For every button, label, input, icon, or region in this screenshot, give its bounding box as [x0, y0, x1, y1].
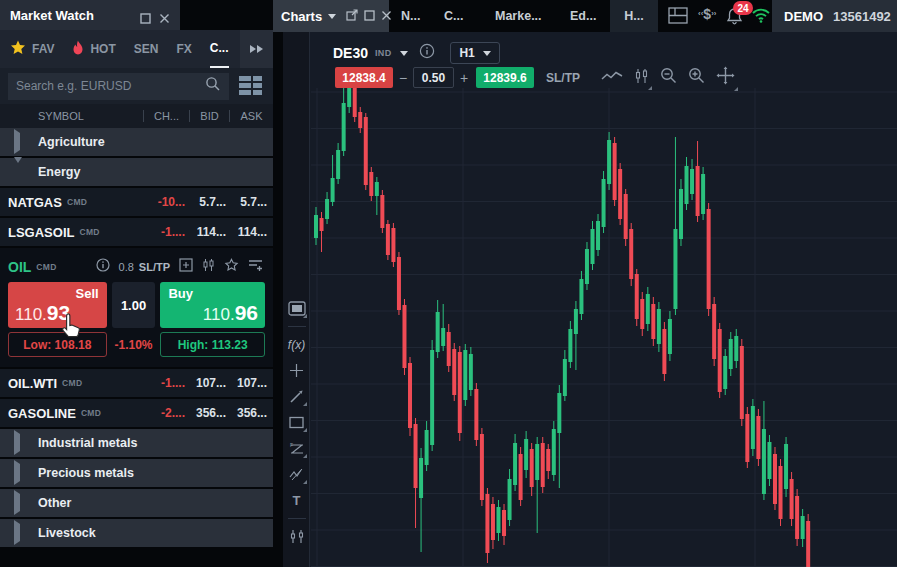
- app-root: Market Watch FAV HOT: [0, 0, 897, 567]
- sell-label: Sell: [76, 286, 99, 301]
- change-value: -1....: [139, 376, 185, 390]
- layout-icon[interactable]: [668, 7, 688, 28]
- charts-label: Charts: [281, 9, 322, 24]
- add-to-list-icon[interactable]: [248, 258, 263, 276]
- group-row-energy[interactable]: Energy: [0, 158, 273, 186]
- chart-appearance-button[interactable]: [286, 298, 308, 319]
- chevron-right-icon: [14, 524, 30, 542]
- group-label: Livestock: [38, 526, 96, 540]
- tab-favorites[interactable]: FAV: [10, 30, 54, 68]
- column-change[interactable]: CH...: [143, 110, 189, 122]
- volume-tool-button[interactable]: [286, 526, 308, 547]
- ask-value: 356...: [226, 406, 267, 420]
- symbol-badge: CMD: [67, 197, 87, 207]
- chevron-down-icon[interactable]: [400, 51, 408, 56]
- pan-move-icon[interactable]: [716, 66, 735, 89]
- low-badge: Low: 108.18: [8, 332, 107, 357]
- close-icon[interactable]: [159, 10, 170, 21]
- chart-symbol-badge: IND: [375, 48, 391, 58]
- fibonacci-button[interactable]: F: [286, 438, 308, 459]
- chart-sltp-button[interactable]: SL/TP: [546, 71, 580, 85]
- timeframe-selector[interactable]: H1: [450, 42, 499, 64]
- elliott-wave-button[interactable]: [286, 464, 308, 485]
- top-tab-market[interactable]: Marke...: [495, 0, 542, 32]
- oil-symbol-name[interactable]: OIL: [8, 259, 31, 275]
- chart-symbol[interactable]: DE30: [333, 45, 368, 61]
- symbol-name: OIL.WTI: [8, 376, 57, 391]
- buy-button[interactable]: Buy 110.96: [160, 282, 265, 328]
- change-value: -2....: [139, 406, 185, 420]
- info-icon[interactable]: [419, 43, 435, 63]
- top-tab-h[interactable]: H...: [610, 0, 658, 32]
- info-icon[interactable]: [96, 258, 110, 276]
- drawing-toolbar: f(x) F: [283, 32, 310, 567]
- zoom-in-icon[interactable]: [688, 67, 705, 88]
- market-watch-panel: Market Watch FAV HOT: [0, 0, 273, 567]
- group-row-precious-metals[interactable]: Precious metals: [0, 459, 273, 487]
- ask-value: 5.7...: [226, 195, 267, 209]
- volume-input[interactable]: 1.00: [112, 282, 156, 328]
- charts-panel: Charts N... C... Marke... Ed...: [273, 0, 897, 567]
- zoom-out-icon[interactable]: [660, 67, 677, 88]
- volume-increase-button[interactable]: +: [454, 67, 474, 88]
- notification-badge[interactable]: 24: [733, 1, 753, 15]
- chart-buy-price-button[interactable]: 12839.6: [476, 67, 534, 88]
- candlestick-chart-icon[interactable]: [634, 68, 649, 88]
- column-bid[interactable]: BID: [189, 110, 229, 122]
- market-watch-titlebar: Market Watch: [0, 0, 273, 30]
- group-row-industrial-metals[interactable]: Industrial metals: [0, 429, 273, 457]
- search-input[interactable]: Search e.g. EURUSD: [8, 73, 229, 100]
- add-order-icon[interactable]: [179, 258, 193, 276]
- more-tabs-button[interactable]: [240, 30, 273, 68]
- sell-button[interactable]: Sell 110.93: [8, 282, 107, 328]
- symbol-row-gasoline[interactable]: GASOLINE CMD -2.... 356... 356...: [0, 399, 273, 427]
- line-chart-icon[interactable]: [601, 69, 623, 87]
- chart-candles-icon[interactable]: [202, 258, 215, 276]
- group-row-other[interactable]: Other: [0, 489, 273, 517]
- buy-label: Buy: [168, 286, 193, 301]
- currency-icon[interactable]: ‹‹$››: [698, 6, 716, 22]
- candlestick-plot[interactable]: [311, 88, 897, 567]
- maximize-icon[interactable]: [140, 10, 151, 21]
- bid-value: 5.7...: [185, 195, 226, 209]
- symbol-badge: CMD: [81, 408, 101, 418]
- crosshair-button[interactable]: [286, 360, 308, 381]
- top-tab-ed[interactable]: Ed...: [570, 0, 596, 32]
- popout-icon[interactable]: [346, 7, 358, 25]
- top-tab-n[interactable]: N...: [401, 0, 420, 32]
- column-ask[interactable]: ASK: [229, 110, 273, 122]
- group-row-agriculture[interactable]: Agriculture: [0, 128, 273, 156]
- favorite-star-icon[interactable]: [224, 258, 239, 276]
- sell-price: 110.93: [15, 301, 70, 325]
- tab-sen[interactable]: SEN: [134, 30, 159, 68]
- view-grid-icon[interactable]: [239, 76, 265, 96]
- tab-fx[interactable]: FX: [176, 30, 191, 68]
- chevron-down-icon: [14, 163, 30, 181]
- symbol-row-natgas[interactable]: NATGAS CMD -10... 5.7... 5.7...: [0, 188, 273, 216]
- close-icon[interactable]: [381, 7, 392, 25]
- account-info[interactable]: DEMO 13561492: [772, 0, 897, 32]
- draw-line-button[interactable]: [286, 386, 308, 407]
- draw-rectangle-button[interactable]: [286, 412, 308, 433]
- tab-commodities[interactable]: C...: [210, 30, 229, 68]
- volume-decrease-button[interactable]: −: [393, 67, 413, 88]
- market-watch-tab[interactable]: Market Watch: [0, 0, 180, 30]
- symbol-row-oilwti[interactable]: OIL.WTI CMD -1.... 107... 107...: [0, 369, 273, 397]
- chart-sell-price-button[interactable]: 12838.4: [335, 67, 393, 88]
- maximize-icon[interactable]: [364, 7, 375, 25]
- chart-volume-input[interactable]: 0.50: [413, 67, 454, 88]
- chevron-right-icon: [14, 494, 30, 512]
- charts-window-tab[interactable]: Charts: [273, 0, 389, 32]
- sltp-button[interactable]: SL/TP: [139, 261, 170, 273]
- search-icon[interactable]: [205, 76, 221, 96]
- bid-value: 107...: [185, 376, 226, 390]
- symbol-badge: CMD: [79, 227, 99, 237]
- symbol-name: LSGASOIL: [8, 225, 74, 240]
- indicators-button[interactable]: f(x): [286, 334, 308, 355]
- top-tab-c[interactable]: C...: [444, 0, 463, 32]
- tab-hot[interactable]: HOT: [72, 30, 115, 68]
- symbol-row-lsgasoil[interactable]: LSGASOIL CMD -1.... 114... 114...: [0, 218, 273, 246]
- text-tool-button[interactable]: T: [286, 490, 308, 511]
- group-row-livestock[interactable]: Livestock: [0, 519, 273, 547]
- column-symbol[interactable]: SYMBOL: [0, 110, 143, 122]
